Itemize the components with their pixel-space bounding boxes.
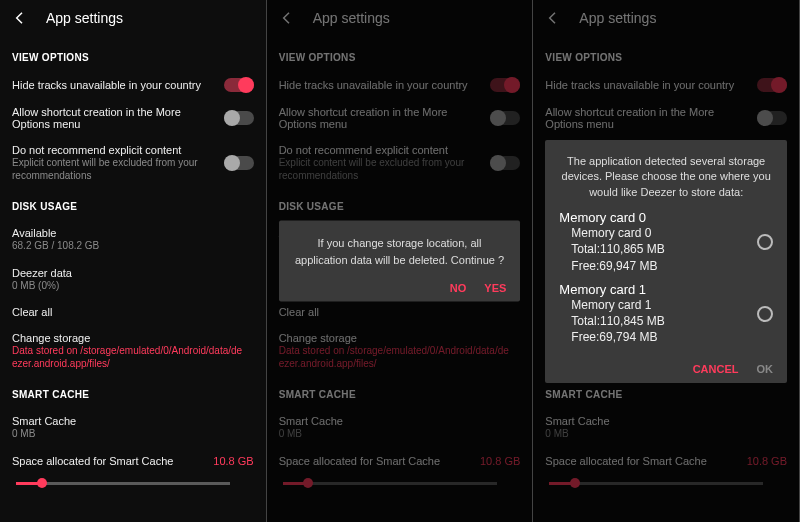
cache-slider[interactable] (12, 478, 254, 485)
explicit-row[interactable]: Do not recommend explicit content Explic… (12, 137, 254, 189)
confirm-no-button[interactable]: NO (450, 282, 467, 294)
deezer-data-label: Deezer data (12, 267, 246, 279)
section-view-options: VIEW OPTIONS (12, 52, 254, 63)
deezer-data-row: Deezer data 0 MB (0%) (12, 260, 254, 300)
explicit-label: Do not recommend explicit content (12, 144, 216, 156)
settings-screen-confirm-dialog: App settings VIEW OPTIONS Hide tracks un… (267, 0, 534, 522)
available-row: Available 68.2 GB / 108.2 GB (12, 220, 254, 260)
explicit-toggle[interactable] (224, 156, 254, 170)
clear-all-row[interactable]: Clear all (12, 299, 254, 325)
available-value: 68.2 GB / 108.2 GB (12, 240, 246, 253)
storage-picker-modal: The application detected several storage… (545, 140, 787, 383)
storage-option-radio[interactable] (757, 234, 773, 250)
confirm-yes-button[interactable]: YES (484, 282, 506, 294)
space-allocated-row: Space allocated for Smart Cache 10.8 GB (12, 448, 254, 474)
back-arrow-icon[interactable] (12, 10, 28, 26)
storage-option-free: Free:69,794 MB (559, 329, 751, 345)
hide-tracks-toggle[interactable] (224, 78, 254, 92)
smart-cache-value: 0 MB (12, 428, 246, 441)
header-title: App settings (46, 10, 123, 26)
hide-tracks-row[interactable]: Hide tracks unavailable in your country (12, 71, 254, 99)
storage-option-1[interactable]: Memory card 1 Memory card 1 Total:110,84… (559, 278, 773, 350)
storage-option-name: Memory card 1 (559, 282, 751, 297)
shortcut-label: Allow shortcut creation in the More Opti… (12, 106, 216, 130)
storage-ok-button[interactable]: OK (757, 363, 774, 375)
change-storage-label: Change storage (12, 332, 246, 344)
storage-option-0[interactable]: Memory card 0 Memory card 0 Total:110,86… (559, 206, 773, 278)
confirm-storage-modal: If you change storage location, all appl… (279, 221, 521, 302)
header: App settings (0, 0, 266, 36)
section-smart-cache: SMART CACHE (12, 389, 254, 400)
storage-option-label: Memory card 1 (559, 297, 751, 313)
storage-option-total: Total:110,865 MB (559, 241, 751, 257)
smart-cache-row: Smart Cache 0 MB (12, 408, 254, 448)
settings-screen-base: App settings VIEW OPTIONS Hide tracks un… (0, 0, 267, 522)
settings-screen-storage-picker: App settings VIEW OPTIONS Hide tracks un… (533, 0, 800, 522)
storage-cancel-button[interactable]: CANCEL (693, 363, 739, 375)
storage-option-label: Memory card 0 (559, 225, 751, 241)
section-disk-usage: DISK USAGE (12, 201, 254, 212)
smart-cache-label: Smart Cache (12, 415, 246, 427)
storage-option-total: Total:110,845 MB (559, 313, 751, 329)
deezer-data-value: 0 MB (0%) (12, 280, 246, 293)
available-label: Available (12, 227, 246, 239)
change-storage-row[interactable]: Change storage Data stored on /storage/e… (12, 325, 254, 377)
space-allocated-label: Space allocated for Smart Cache (12, 455, 205, 467)
space-allocated-value: 10.8 GB (213, 455, 253, 467)
hide-tracks-label: Hide tracks unavailable in your country (12, 79, 216, 91)
explicit-sub: Explicit content will be excluded from y… (12, 157, 216, 182)
storage-option-free: Free:69,947 MB (559, 258, 751, 274)
shortcut-row[interactable]: Allow shortcut creation in the More Opti… (12, 99, 254, 137)
confirm-modal-message: If you change storage location, all appl… (293, 235, 507, 268)
shortcut-toggle[interactable] (224, 111, 254, 125)
storage-option-radio[interactable] (757, 306, 773, 322)
clear-all-label: Clear all (12, 306, 246, 318)
change-storage-path: Data stored on /storage/emulated/0/Andro… (12, 345, 246, 370)
storage-modal-message: The application detected several storage… (559, 154, 773, 200)
storage-option-name: Memory card 0 (559, 210, 751, 225)
